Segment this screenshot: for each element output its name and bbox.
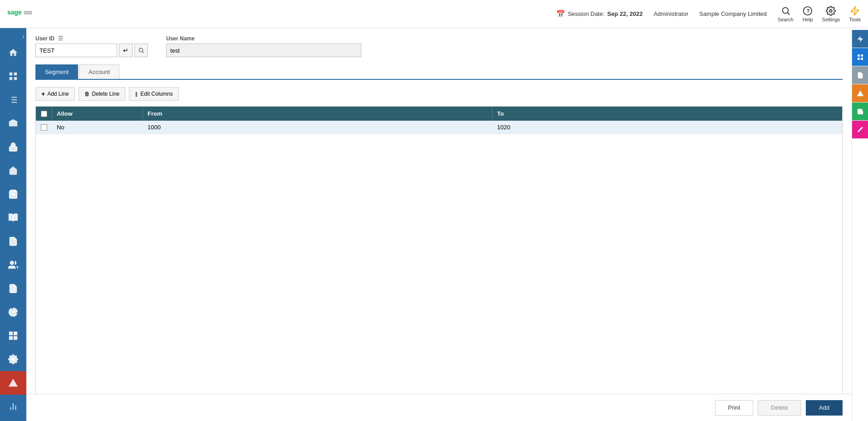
sidebar-item-settings2[interactable] <box>0 348 26 371</box>
sidebar-item-users[interactable] <box>0 253 26 277</box>
row-allow-cell: No <box>52 121 143 134</box>
sidebar-item-buildings[interactable] <box>0 159 26 182</box>
delete-button[interactable]: Delete <box>758 400 801 416</box>
right-sidebar-pink[interactable] <box>852 121 868 139</box>
sage-logo: sage 300 <box>7 6 35 22</box>
row-from-cell: 1000 <box>143 121 493 134</box>
user-name-label: User Name <box>166 35 361 42</box>
svg-rect-8 <box>14 73 17 75</box>
right-sidebar-green[interactable] <box>852 103 868 121</box>
right-sidebar <box>852 28 868 421</box>
tab-segment[interactable]: Segment <box>35 64 78 79</box>
sidebar-item-grid[interactable] <box>0 324 26 348</box>
sidebar-item-security[interactable] <box>0 135 26 159</box>
svg-line-3 <box>788 13 789 15</box>
user-name-group: User Name <box>166 35 361 57</box>
svg-text:?: ? <box>807 8 810 14</box>
right-sidebar-gray[interactable] <box>852 66 868 84</box>
svg-rect-23 <box>14 332 17 335</box>
search-button[interactable]: Search <box>778 6 794 22</box>
tools-button[interactable]: Tools <box>849 6 861 22</box>
svg-point-30 <box>139 48 143 52</box>
table-header-to: To <box>493 107 842 121</box>
table-body: No 1000 1020 <box>36 121 842 398</box>
svg-point-6 <box>830 10 833 12</box>
trash-icon: 🗑 <box>84 91 90 97</box>
session-date-area: 📅 Session Date: Sep 22, 2022 <box>556 10 643 18</box>
sidebar-item-alert[interactable] <box>0 371 26 395</box>
svg-rect-33 <box>861 54 863 57</box>
row-to-cell: 1020 <box>493 121 842 134</box>
svg-rect-32 <box>858 54 860 57</box>
svg-rect-22 <box>10 332 12 335</box>
svg-rect-7 <box>10 73 12 75</box>
header-actions: Search ? Help Settings Tools <box>778 6 861 22</box>
add-line-button[interactable]: + Add Line <box>35 87 75 101</box>
user-id-go-button[interactable]: ↵ <box>119 44 133 57</box>
svg-text:sage: sage <box>7 9 22 16</box>
svg-point-2 <box>782 7 788 13</box>
edit-columns-label: Edit Columns <box>140 91 173 97</box>
tab-account[interactable]: Account <box>79 64 119 79</box>
sidebar-item-reports[interactable] <box>0 230 26 253</box>
user-id-group: User ID ☰ ↵ <box>35 35 148 57</box>
delete-line-button[interactable]: 🗑 Delete Line <box>79 87 126 101</box>
svg-line-31 <box>143 52 144 53</box>
user-id-input[interactable] <box>35 44 117 57</box>
sidebar-item-analytics[interactable] <box>0 300 26 324</box>
delete-line-label: Delete Line <box>92 91 120 97</box>
svg-rect-17 <box>10 147 17 151</box>
row-checkbox[interactable] <box>41 124 47 131</box>
data-table: Allow From To No 1000 1020 <box>35 106 843 398</box>
svg-rect-25 <box>14 337 17 339</box>
user-id-search-button[interactable] <box>134 44 148 57</box>
main-layout: › <box>0 28 868 421</box>
tabs: Segment Account <box>35 64 843 80</box>
edit-columns-button[interactable]: ⫿ Edit Columns <box>129 87 178 101</box>
collapse-arrow-icon: › <box>22 33 25 40</box>
table-header-from: From <box>143 107 493 121</box>
tools-label: Tools <box>849 17 861 22</box>
session-date-value: Sep 22, 2022 <box>607 10 643 17</box>
columns-icon: ⫿ <box>135 90 138 98</box>
right-sidebar-lightning[interactable] <box>852 30 868 48</box>
table-header-checkbox <box>36 107 52 121</box>
sidebar-collapse-btn[interactable]: › <box>0 32 26 41</box>
sidebar-item-documents[interactable] <box>0 277 26 300</box>
svg-point-19 <box>10 261 14 264</box>
svg-text:300: 300 <box>24 10 32 15</box>
svg-rect-24 <box>10 337 12 339</box>
right-sidebar-blue1[interactable] <box>852 48 868 66</box>
table-header: Allow From To <box>36 107 842 121</box>
add-button[interactable]: Add <box>806 400 843 416</box>
sidebar-item-books[interactable] <box>0 206 26 230</box>
settings-label: Settings <box>822 17 840 22</box>
svg-rect-35 <box>861 58 863 60</box>
sidebar-item-barchart[interactable] <box>0 395 26 418</box>
user-id-label: User ID ☰ <box>35 35 148 42</box>
table-row[interactable]: No 1000 1020 <box>36 121 842 134</box>
settings-button[interactable]: Settings <box>822 6 840 22</box>
table-header-allow: Allow <box>52 107 143 121</box>
select-all-checkbox[interactable] <box>41 111 47 117</box>
help-label: Help <box>803 17 813 22</box>
company-name: Sample Company Limited <box>699 10 767 17</box>
svg-rect-10 <box>14 77 17 80</box>
calendar-icon: 📅 <box>556 10 565 18</box>
sidebar-item-dashboard[interactable] <box>0 64 26 88</box>
sidebar-item-transactions[interactable] <box>0 88 26 112</box>
right-sidebar-orange[interactable] <box>852 84 868 103</box>
toolbar: + Add Line 🗑 Delete Line ⫿ Edit Columns <box>35 87 843 101</box>
sidebar-item-home[interactable] <box>0 41 26 64</box>
print-button[interactable]: Print <box>715 400 754 416</box>
sidebar-item-shopping[interactable] <box>0 182 26 206</box>
row-checkbox-cell <box>36 121 52 134</box>
form-row: User ID ☰ ↵ User Name <box>35 35 843 57</box>
user-id-menu-icon[interactable]: ☰ <box>58 35 63 42</box>
sidebar: › <box>0 28 26 421</box>
user-name-input <box>166 44 361 57</box>
sidebar-item-banking[interactable] <box>0 112 26 135</box>
footer-buttons: Print Delete Add <box>26 394 852 421</box>
help-button[interactable]: ? Help <box>803 6 813 22</box>
add-icon: + <box>41 90 45 98</box>
